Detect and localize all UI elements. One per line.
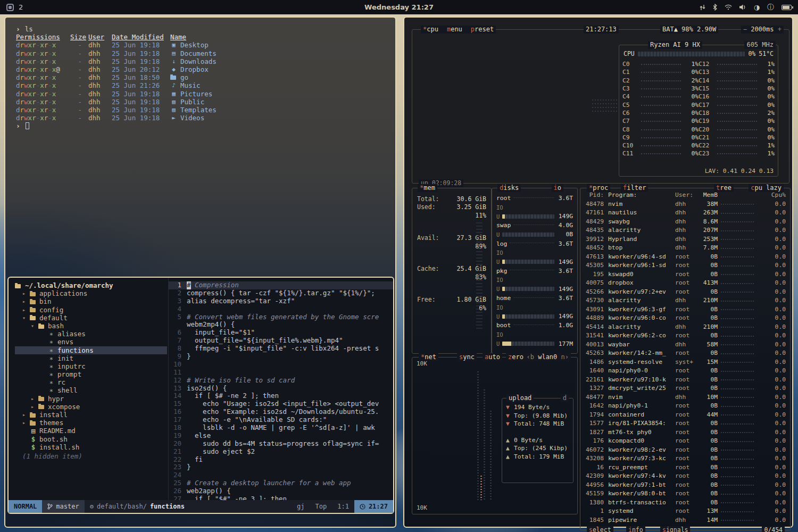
tree-item[interactable]: ▸ bin xyxy=(15,297,168,305)
tree-item[interactable]: ▾ default xyxy=(15,314,168,322)
code-line[interactable]: 12 # Write iso file to sd card xyxy=(169,377,393,385)
process-row[interactable]: 47613 kworker/u96:4-sd root 0B 0.0 xyxy=(580,252,790,261)
tree-item[interactable]: ▸ hypr xyxy=(15,395,168,403)
process-row[interactable]: 45414 alacritty dhh 210M 0.0 xyxy=(580,322,790,331)
tree-item[interactable]: envs xyxy=(15,338,168,346)
zero-label[interactable]: zero xyxy=(508,353,523,361)
code-line[interactable]: 6 input_file="$1" xyxy=(169,329,393,337)
process-row[interactable]: 45266 kworker/u97:2+ev root 0B 0.0 xyxy=(580,287,790,296)
signals-label[interactable]: signals xyxy=(662,526,688,532)
disks-title-label[interactable]: disks xyxy=(500,184,519,192)
process-row[interactable]: 31541 kworker/u96:2-co root 0B 0.0 xyxy=(580,331,790,340)
workspace-indicator[interactable]: 2 xyxy=(6,3,23,11)
code-line[interactable]: 17 echo -e "\nAvailable SD cards:" xyxy=(169,416,393,424)
process-row[interactable]: 46072 kworker/u98:2-ev root 0B 0.0 xyxy=(580,445,790,454)
tree-item[interactable]: ▸ install xyxy=(15,411,168,419)
code-line[interactable]: 3 alias decompress="tar -xzf" xyxy=(169,297,393,305)
wifi-icon[interactable] xyxy=(725,4,732,10)
code-line[interactable]: 7 output_file="${input_file%.webm}.mp4" xyxy=(169,337,393,345)
process-row[interactable]: 48435 alacritty dhh 207M 0.0 xyxy=(580,226,790,235)
process-row[interactable]: 45730 alacritty dhh 210M 0.0 xyxy=(580,296,790,305)
select-label[interactable]: select xyxy=(589,526,611,532)
code-line[interactable]: 5 # Convert webm files generated by the … xyxy=(169,313,393,321)
tree-item[interactable]: ▸ config xyxy=(15,306,168,314)
process-row[interactable]: 45305 kworker/u96:1-sd root 0B 0.0 xyxy=(580,261,790,270)
code-line[interactable]: 19 else xyxy=(169,432,393,440)
process-row[interactable]: 1827 mt76-tx phy0 root 0B 0.0 xyxy=(580,428,790,437)
tab-preset[interactable]: preset xyxy=(471,26,494,34)
code-line[interactable]: 15 echo "Usage: iso2sd <input_file> <out… xyxy=(169,400,393,408)
process-row[interactable]: 1794 containerd root 44M 0.0 xyxy=(580,410,790,419)
info-label[interactable]: info xyxy=(628,526,643,532)
tree-item[interactable]: ▸ themes xyxy=(15,419,168,427)
code-line[interactable]: 23 } xyxy=(169,463,393,471)
code-line[interactable]: 25 # Create a desktop launcher for a web… xyxy=(169,479,393,487)
filter-label[interactable]: filter xyxy=(623,184,646,192)
next-interface-button[interactable]: n› xyxy=(561,353,569,361)
tree-item[interactable]: aliases xyxy=(15,330,168,338)
process-row[interactable]: 1577 irq/81-PIXA3854: root 0B 0.0 xyxy=(580,419,790,428)
code-line[interactable]: 13 iso2sd() { xyxy=(169,385,393,393)
launcher-icon[interactable] xyxy=(6,4,14,11)
brightness-icon[interactable]: ◑ xyxy=(754,4,760,11)
tree-item[interactable]: rc xyxy=(15,378,168,386)
tree-item[interactable]: README.md xyxy=(15,427,168,435)
tree-root[interactable]: ~/.local/share/omarchy xyxy=(15,281,168,289)
process-row[interactable]: 48478 nvim dhh 38M 0.0 xyxy=(580,200,790,209)
process-row[interactable]: 1 systemd root 13M 0.0 xyxy=(580,507,790,516)
process-row[interactable]: 48452 btop dhh 7.8M 0.0 xyxy=(580,244,790,253)
header-mem[interactable]: MemB xyxy=(699,192,718,198)
code-line[interactable]: 1 # Compression xyxy=(169,281,393,289)
tree-item[interactable]: inputrc xyxy=(15,362,168,370)
header-user[interactable]: User: xyxy=(675,192,699,198)
upload-hotkey[interactable]: d xyxy=(561,394,569,402)
process-row[interactable]: 176 kcompactd0 root 0B 0.0 xyxy=(580,437,790,446)
process-row[interactable]: 1642 napi/phy0-1 root 0B 0.0 xyxy=(580,402,790,411)
terminal-prompt-line[interactable]: › xyxy=(16,122,395,130)
process-row[interactable]: 43208 kworker/u97:3-kc root 0B 0.0 xyxy=(580,454,790,463)
process-row[interactable]: 48477 nvim dhh 10M 0.0 xyxy=(580,393,790,402)
process-row[interactable]: 40075 dropbox root 413M 0.0 xyxy=(580,279,790,288)
code-line[interactable]: webm2mp4() { xyxy=(169,321,393,329)
process-row[interactable]: 44956 kworker/u97:1-bt root 0B 0.0 xyxy=(580,480,790,489)
process-row[interactable]: 45159 kworker/u98:0-bt root 0B 0.0 xyxy=(580,489,790,498)
code-line[interactable]: 14 if [ $# -ne 2 ]; then xyxy=(169,392,393,400)
tab-cpu[interactable]: cpu xyxy=(423,26,438,34)
process-row[interactable]: 45263 kworker/14:2-mm_ root 0B 0.0 xyxy=(580,349,790,358)
battery-icon[interactable] xyxy=(782,5,792,10)
code-line[interactable]: 26 web2app() { xyxy=(169,487,393,495)
tree-item[interactable]: prompt xyxy=(15,370,168,378)
tree-toggle-label[interactable]: tree xyxy=(716,184,732,192)
tree-item[interactable]: functions xyxy=(15,346,167,354)
tab-menu[interactable]: menu xyxy=(447,26,462,34)
code-line[interactable]: 4 xyxy=(169,305,393,313)
code-line[interactable]: 8 ffmpeg -i "$input_file" -c:v libx264 -… xyxy=(169,345,393,353)
interval-plus-button[interactable]: + xyxy=(778,26,782,33)
io-title-label[interactable]: io xyxy=(554,184,561,192)
header-program[interactable]: Program: xyxy=(608,192,675,198)
tree-item[interactable]: ▸ applications xyxy=(15,289,168,297)
header-pid[interactable]: Pid: xyxy=(584,192,608,198)
process-row[interactable]: 44889 kworker/u96:0-co root 0B 0.0 xyxy=(580,314,790,323)
tree-item[interactable]: boot.sh xyxy=(15,435,168,443)
process-row[interactable]: 47161 nautilus dhh 263M 0.0 xyxy=(580,209,790,218)
tree-item[interactable]: ▾ bash xyxy=(15,322,168,330)
code-line[interactable]: 10 xyxy=(169,361,393,369)
bluetooth-icon[interactable] xyxy=(713,4,717,11)
code-line[interactable]: 2 compress() { tar -czf "${1%/}.tar.gz" … xyxy=(169,289,393,297)
tree-item[interactable]: shell xyxy=(15,386,168,394)
process-row[interactable]: 40013 waybar dhh 58M 0.0 xyxy=(580,340,790,349)
process-row[interactable]: 1845 pipewire dhh 14M 0.0 xyxy=(580,516,790,525)
process-row[interactable]: 195 kswapd0 root 0B 0.0 xyxy=(580,270,790,279)
tree-item[interactable]: install.sh xyxy=(15,443,168,451)
tree-item[interactable]: init xyxy=(15,354,168,362)
auto-label[interactable]: auto xyxy=(485,353,500,361)
workspace-number[interactable]: 2 xyxy=(19,3,23,11)
sync-label[interactable]: sync xyxy=(459,353,475,361)
memory-title-label[interactable]: mem xyxy=(420,184,435,192)
process-row[interactable]: 1380 btrfs-transactio root 0B 0.0 xyxy=(580,498,790,507)
code-line[interactable]: 18 lsblk -d -o NAME | grep -E '^sd[a-z]'… xyxy=(169,424,393,432)
info-icon[interactable]: ⓘ xyxy=(767,4,774,11)
process-row[interactable]: 43091 kworker/u96:3-gf root 0B 0.0 xyxy=(580,305,790,314)
code-line[interactable]: 22 fi xyxy=(169,456,393,464)
